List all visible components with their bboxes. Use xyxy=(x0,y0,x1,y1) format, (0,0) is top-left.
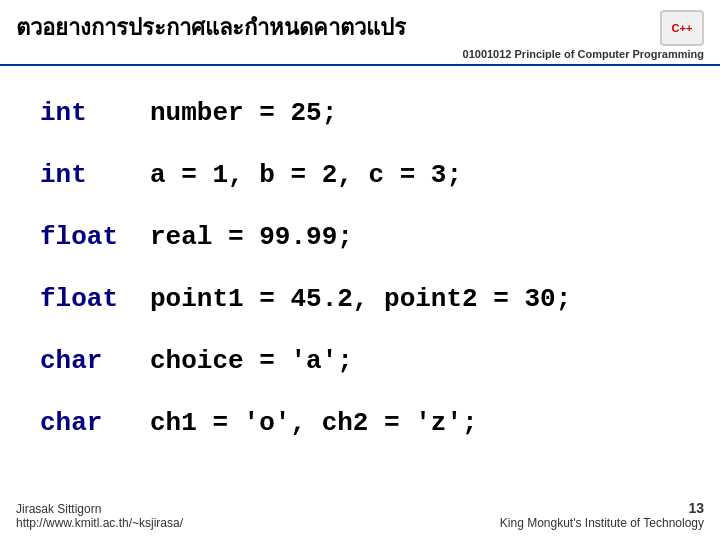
code-statement-cell: choice = 'a'; xyxy=(150,330,680,392)
table-row: charchoice = 'a'; xyxy=(40,330,680,392)
institute-name: King Mongkut's Institute of Technology xyxy=(500,516,704,530)
author-name: Jirasak Sittigorn xyxy=(16,502,183,516)
code-type-cell: int xyxy=(40,144,150,206)
code-type-cell: float xyxy=(40,268,150,330)
main-content: intnumber = 25;inta = 1, b = 2, c = 3;fl… xyxy=(0,66,720,464)
table-row: intnumber = 25; xyxy=(40,82,680,144)
table-row: inta = 1, b = 2, c = 3; xyxy=(40,144,680,206)
footer-right: 13 King Mongkut's Institute of Technolog… xyxy=(500,500,704,530)
footer: Jirasak Sittigorn http://www.kmitl.ac.th… xyxy=(0,500,720,530)
code-statement-cell: point1 = 45.2, point2 = 30; xyxy=(150,268,680,330)
code-type-cell: char xyxy=(40,392,150,454)
header-right: C++ 01001012 Principle of Computer Progr… xyxy=(463,10,704,60)
header: ตวอยางการประกาศและกำหนดคาตวแปร C++ 01001… xyxy=(0,0,720,66)
table-row: charch1 = 'o', ch2 = 'z'; xyxy=(40,392,680,454)
code-type-cell: int xyxy=(40,82,150,144)
page-title: ตวอยางการประกาศและกำหนดคาตวแปร xyxy=(16,10,406,45)
code-statement-cell: ch1 = 'o', ch2 = 'z'; xyxy=(150,392,680,454)
table-row: floatreal = 99.99; xyxy=(40,206,680,268)
logo-text: C++ xyxy=(672,22,693,34)
code-statement-cell: a = 1, b = 2, c = 3; xyxy=(150,144,680,206)
logo-box: C++ xyxy=(660,10,704,46)
table-row: floatpoint1 = 45.2, point2 = 30; xyxy=(40,268,680,330)
code-type-cell: float xyxy=(40,206,150,268)
subtitle: 01001012 Principle of Computer Programmi… xyxy=(463,48,704,60)
code-type-cell: char xyxy=(40,330,150,392)
footer-left: Jirasak Sittigorn http://www.kmitl.ac.th… xyxy=(16,502,183,530)
code-table: intnumber = 25;inta = 1, b = 2, c = 3;fl… xyxy=(40,82,680,454)
page-number: 13 xyxy=(500,500,704,516)
code-statement-cell: real = 99.99; xyxy=(150,206,680,268)
code-statement-cell: number = 25; xyxy=(150,82,680,144)
author-url: http://www.kmitl.ac.th/~ksjirasa/ xyxy=(16,516,183,530)
